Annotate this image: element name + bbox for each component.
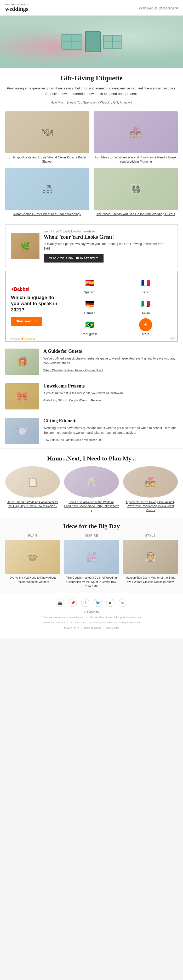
ideas-column-style: STYLE Makeup Tips Every Mother of the Br… — [123, 534, 178, 588]
pinterest-icon[interactable]: 📌 — [68, 598, 77, 607]
feature-article-image-0 — [5, 348, 39, 375]
language-german[interactable]: 🇩🇪 German — [63, 297, 116, 315]
logo-brand: MARTHA STEWART — [5, 3, 28, 5]
instagram-icon[interactable]: 📷 — [56, 598, 64, 607]
more-name: More — [142, 332, 149, 336]
planning-card-image-0 — [5, 466, 60, 498]
social-footer: 📷 📌 f 🐦 ▶ ✉ Unsubscribe This email was s… — [0, 593, 183, 638]
babbel-headline: Which language do you want to speak in 2… — [11, 295, 58, 313]
planning-section: Hmm...Next, I Need to Plan My... Do You … — [0, 449, 183, 517]
feature-article-title-2[interactable]: Gifting Etiquette — [43, 418, 178, 423]
promo-title: Whoa! Your Yard Looks Great! — [44, 234, 172, 240]
planning-card-2[interactable]: Arguments You're Having That Actually Pr… — [123, 466, 178, 512]
article-intro: Gift-Giving Etiquette Purchasing an expe… — [0, 68, 183, 109]
planning-card-title-2: Arguments You're Having That Actually Pr… — [123, 500, 178, 512]
footer-privacy-link[interactable]: Privacy Policy — [64, 627, 79, 631]
article-card-3[interactable]: The Nicest Things You Can Do for Your We… — [94, 168, 178, 216]
article-card-1[interactable]: Fun Ideas to Try When You and Your Fianc… — [94, 111, 178, 164]
french-flag: 🇫🇷 — [139, 276, 152, 290]
hero-image — [0, 16, 183, 68]
promo-signup-button[interactable]: CLICK TO SIGN UP INSTANTLY — [44, 254, 103, 262]
youtube-icon[interactable]: ▶ — [106, 598, 115, 607]
feature-article-0: A Guide for Guests We've outlined a quic… — [0, 344, 183, 379]
feature-article-content-0: A Guide for Guests We've outlined a quic… — [43, 348, 178, 372]
feature-article-link-2[interactable]: How Late Is Too Late to Send a Wedding G… — [43, 438, 102, 441]
footer-address: Meredith Corporation, 1716 Locust Street… — [5, 621, 178, 625]
footer-help-link[interactable]: Help Center — [107, 627, 119, 631]
hero-image-inner — [0, 16, 183, 68]
planning-grid: Do You Need a Wedding Coordinator for Yo… — [0, 466, 183, 517]
feature-article-link-0[interactable]: Which Wedding-Related Events Require Gif… — [43, 369, 103, 372]
promo-content: We think you'll totally love this newsle… — [44, 230, 172, 262]
subscribe-link[interactable]: Subscribe here — [126, 616, 142, 619]
promo-image: 🌿 — [11, 233, 40, 259]
feature-article-title-0[interactable]: A Guide for Guests — [43, 348, 178, 354]
feature-article-content-2: Gifting Etiquette Wedding guests have ma… — [43, 418, 178, 442]
feature-article-content-1: Unwelcome Presents If you think no gift … — [43, 383, 124, 402]
language-spanish[interactable]: 🇪🇸 Spanish — [63, 276, 116, 294]
hero-gift-3 — [103, 35, 122, 49]
ideas-col-header-1: INSPIRE — [85, 534, 98, 537]
email-header: MARTHA STEWART weddings Avoid over- or u… — [0, 0, 183, 16]
language-french[interactable]: 🇫🇷 French — [119, 276, 172, 294]
twitter-icon[interactable]: 🐦 — [94, 598, 102, 607]
promo-tag: We think you'll totally love this newsle… — [44, 230, 172, 233]
portuguese-name: Portuguese — [81, 332, 97, 336]
spanish-name: Spanish — [84, 291, 95, 294]
logo: MARTHA STEWART weddings — [5, 3, 28, 12]
ideas-card-title-2[interactable]: Makeup Tips Every Mother of the Bride Wh… — [123, 576, 178, 584]
planning-card-title-0: Do You Need a Wedding Coordinator for Yo… — [5, 500, 60, 508]
logo-title: weddings — [5, 5, 28, 12]
ideas-col-header-2: STYLE — [145, 534, 156, 537]
ad-badge: Ad — [170, 337, 175, 340]
language-portuguese[interactable]: 🇧🇷 Portuguese — [63, 318, 116, 336]
footer-sent-to: This email was sent to someone@gmail.com… — [5, 616, 178, 619]
feature-article-1: Unwelcome Presents If you think no gift … — [0, 379, 183, 414]
italian-name: Italian — [142, 312, 150, 315]
planning-card-1[interactable]: How Far in Advance of the Wedding Should… — [64, 466, 119, 512]
article-card-image-0 — [5, 111, 89, 153]
facebook-icon[interactable]: f — [81, 598, 89, 607]
ideas-card-image-1 — [64, 540, 119, 574]
babbel-ad: +Babbel Which language do you want to sp… — [5, 270, 178, 342]
hero-gift-2 — [85, 31, 101, 52]
ideas-section: Ideas for the Big Day PLAN Everything Yo… — [0, 517, 183, 593]
german-name: German — [84, 312, 95, 315]
articles-grid: 8 Things Guests and Hosts Should Never D… — [0, 109, 183, 222]
ad-powered-label: Powered by 🔶 Liveintent — [8, 337, 35, 340]
email-icon[interactable]: ✉ — [119, 598, 127, 607]
article-card-2[interactable]: What Should Guests Wear to a Beach Weddi… — [5, 168, 89, 216]
ideas-card-title-0[interactable]: Everything You Need to Know About Tippin… — [5, 576, 60, 584]
planning-card-image-1 — [64, 466, 119, 498]
footer-links: Privacy Policy | Terms of Service | Help… — [5, 627, 178, 631]
babbel-start-button[interactable]: Start learning — [11, 317, 42, 326]
language-italian[interactable]: 🇮🇹 Italian — [119, 297, 172, 315]
article-card-title-0: 8 Things Guests and Hosts Should Never D… — [5, 155, 89, 164]
planning-card-image-2 — [123, 466, 178, 498]
email-container: MARTHA STEWART weddings Avoid over- or u… — [0, 0, 183, 638]
spanish-flag: 🇪🇸 — [83, 276, 96, 290]
babbel-languages: 🇪🇸 Spanish 🇫🇷 French 🇩🇪 German 🇮🇹 Italia… — [63, 276, 172, 336]
feature-articles: A Guide for Guests We've outlined a quic… — [0, 344, 183, 449]
planning-card-title-1: How Far in Advance of the Wedding Should… — [64, 500, 119, 512]
ideas-card-image-0 — [5, 540, 60, 574]
ideas-card-title-1[interactable]: This Couple Hosted a Colorful Wedding Ce… — [64, 576, 119, 588]
article-card-image-1 — [94, 111, 178, 153]
unsubscribe-link[interactable]: Unsubscribe — [5, 610, 178, 613]
language-more[interactable]: + More — [119, 318, 172, 336]
article-card-title-2: What Should Guests Wear to a Beach Weddi… — [5, 212, 89, 216]
social-icons: 📷 📌 f 🐦 ▶ ✉ — [5, 598, 178, 607]
feature-article-title-1[interactable]: Unwelcome Presents — [43, 383, 124, 389]
hero-gift-1 — [61, 34, 82, 50]
feature-article-link-1[interactable]: 6 Wedding Gifts No Couple Wants to Recei… — [43, 399, 102, 402]
article-card-image-3 — [94, 168, 178, 210]
article-card-0[interactable]: 8 Things Guests and Hosts Should Never D… — [5, 111, 89, 164]
article-intro-title: Gift-Giving Etiquette — [5, 74, 178, 82]
article-intro-link[interactable]: How Much Should You Spend on a Wedding G… — [51, 101, 132, 104]
footer-tos-link[interactable]: Terms of Service — [84, 627, 101, 631]
promo-desc: Is exactly what people will say when you… — [44, 242, 172, 251]
more-flag: + — [139, 318, 152, 331]
feature-article-image-1 — [5, 383, 39, 409]
header-nav-link[interactable]: Avoid over- or under-spending — [139, 6, 178, 10]
planning-card-0[interactable]: Do You Need a Wedding Coordinator for Yo… — [5, 466, 60, 512]
